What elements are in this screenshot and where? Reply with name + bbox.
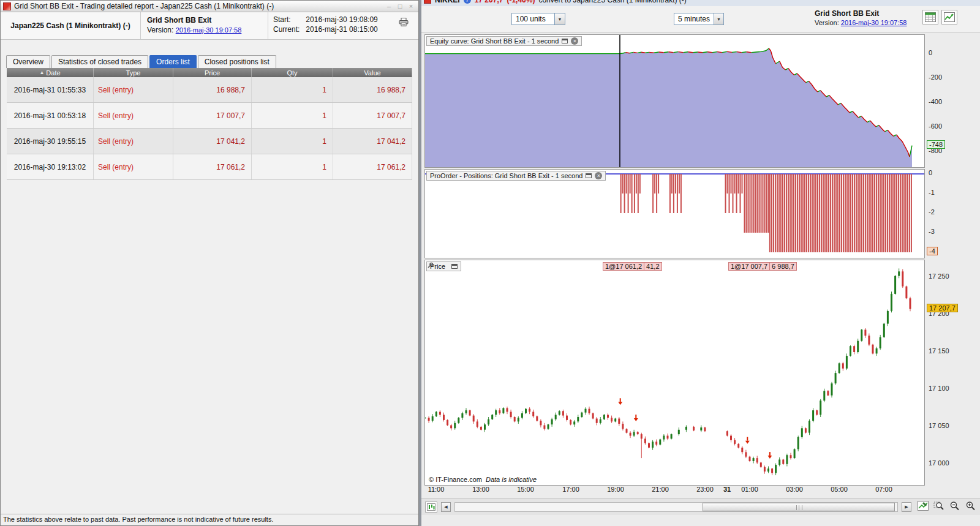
table-cell: 1 [252, 103, 333, 128]
sell-arrow-icon [745, 437, 750, 444]
y-axis-label: -2 [929, 208, 935, 216]
zoom-in-button[interactable] [965, 501, 976, 513]
sort-asc-icon: ▲ [39, 70, 44, 75]
report-header: Japan225 Cash (1 Minikontrakt) (-) Grid … [1, 12, 418, 40]
equity-panel-title: Equity curve: Grid Short BB Exit - 1 sec… [430, 37, 559, 45]
column-header-type[interactable]: Type [94, 68, 173, 77]
maximize-button[interactable]: □ [395, 2, 405, 10]
print-icon[interactable] [399, 18, 409, 28]
spreadsheet-icon [925, 12, 936, 22]
tab-closed-positions[interactable]: Closed positions list [198, 55, 276, 68]
x-axis-label: 07:00 [875, 486, 892, 493]
order-entry-label-part: 1@17 061,2 [603, 262, 644, 271]
table-cell: 2016-maj-31 01:55:33 [7, 77, 94, 102]
table-cell: 17 061,2 [173, 154, 252, 179]
column-header-value[interactable]: Value [333, 68, 412, 77]
table-row[interactable]: 2016-maj-31 00:53:18Sell (entry)17 007,7… [7, 103, 412, 129]
last-value-badge: -748 [927, 140, 945, 149]
positions-panel-header: ProOrder - Positions: Grid Short BB Exit… [426, 171, 606, 181]
y-axis-label: -3 [929, 228, 935, 235]
window-titlebar[interactable]: Grid Short BB Exit - Trading detailed re… [1, 1, 418, 12]
y-axis-label: -200 [929, 73, 942, 81]
y-axis-label: 17 250 [929, 272, 949, 280]
chart-bottom-toolbar: ◀ ▶ [421, 498, 980, 515]
chevron-down-icon[interactable]: ▼ [714, 13, 723, 24]
chart-workspace: NIKKEI i 17 207,7 (-1,46%) convert to Ja… [421, 0, 980, 526]
table-row[interactable]: 2016-maj-31 01:55:33Sell (entry)16 988,7… [7, 77, 412, 103]
table-cell: 2016-maj-31 00:53:18 [7, 103, 94, 128]
units-dropdown[interactable]: 100 units ▼ [511, 13, 565, 25]
version-label: Version: [815, 19, 839, 26]
equity-panel: Equity curve: Grid Short BB Exit - 1 sec… [424, 34, 925, 168]
timeframe-dropdown[interactable]: 5 minutes ▼ [674, 13, 724, 25]
table-cell: 17 007,7 [333, 103, 412, 128]
chart-view-button[interactable] [941, 10, 957, 24]
version-link[interactable]: 2016-maj-30 19:07:58 [841, 19, 907, 26]
table-row[interactable]: 2016-maj-30 19:13:02Sell (entry)17 061,2… [7, 154, 412, 180]
version-label: Version: [147, 26, 173, 34]
candlestick-icon [427, 503, 435, 511]
zoom-out-icon [949, 501, 960, 511]
table-cell: 1 [252, 77, 333, 102]
chart-edit-button[interactable] [918, 501, 929, 513]
x-axis-label: 21:00 [652, 486, 669, 493]
close-button[interactable]: × [406, 2, 416, 10]
orders-table: ▲ Date Type Price Qty Value 2016-maj-31 … [7, 68, 412, 180]
table-row[interactable]: 2016-maj-30 19:55:15Sell (entry)17 041,2… [7, 129, 412, 154]
table-cell: 2016-maj-30 19:13:02 [7, 154, 94, 179]
info-icon[interactable]: i [464, 0, 471, 4]
drawing-mode-button[interactable] [425, 502, 437, 513]
y-axis-label: -600 [929, 122, 942, 130]
report-footer-note: The statistics above relate to past data… [1, 514, 418, 525]
positions-chart-svg [425, 170, 924, 258]
table-cell: Sell (entry) [94, 129, 173, 154]
y-axis-label: 0 [929, 169, 932, 176]
popup-window-icon[interactable] [451, 264, 458, 269]
table-cell: 2016-maj-30 19:55:15 [7, 129, 94, 154]
window-title: Grid Short BB Exit - Trading detailed re… [14, 2, 384, 10]
tab-overview[interactable]: Overview [6, 55, 50, 68]
popup-window-icon[interactable] [586, 173, 592, 178]
app-icon [3, 2, 11, 10]
minimize-button[interactable]: – [384, 2, 394, 10]
strategy-name: Grid Short BB Exit [815, 9, 907, 18]
y-axis-label: 0 [929, 49, 932, 56]
order-entry-label: 1@17 061,241,2 [603, 262, 662, 271]
order-entry-label: 1@17 007,76 988,7 [728, 262, 796, 271]
scroll-left-button[interactable]: ◀ [441, 502, 451, 512]
column-header-qty[interactable]: Qty [252, 68, 333, 77]
instrument-change: (-1,46%) [507, 0, 535, 4]
scrollbar-grip [796, 505, 802, 510]
zoom-selection-button[interactable] [933, 501, 944, 513]
current-label: Current: [273, 25, 300, 34]
trading-report-window: Grid Short BB Exit - Trading detailed re… [0, 0, 419, 526]
y-axis-label: -1 [929, 189, 935, 196]
table-cell: Sell (entry) [94, 154, 173, 179]
column-header-date[interactable]: ▲ Date [7, 68, 94, 77]
chevron-down-icon[interactable]: ▼ [554, 13, 565, 24]
x-axis-label: 23:00 [696, 486, 714, 493]
chart-h-scrollbar[interactable] [454, 502, 898, 512]
close-panel-icon[interactable]: × [595, 172, 602, 179]
table-cell: Sell (entry) [94, 103, 173, 128]
report-view-button[interactable] [922, 10, 938, 24]
x-axis-label: 03:00 [786, 486, 803, 493]
zoom-out-button[interactable] [949, 501, 960, 513]
price-panel: Price © IT-Finance.comData is indicative… [424, 260, 925, 486]
equity-chart-svg [425, 35, 924, 167]
y-axis-label: 17 000 [929, 459, 949, 467]
chart-icon [944, 12, 955, 22]
tab-statistics[interactable]: Statistics of closed trades [51, 55, 148, 68]
order-entry-label-part: 6 988,7 [769, 262, 797, 271]
scrollbar-thumb[interactable] [703, 503, 895, 511]
scroll-right-button[interactable]: ▶ [902, 502, 911, 512]
sell-arrow-icon [618, 398, 622, 405]
instrument-label: Japan225 Cash (1 Minikontrakt) (-) [1, 12, 141, 39]
close-panel-icon[interactable]: × [571, 37, 578, 45]
column-header-price[interactable]: Price [173, 68, 252, 77]
popup-window-icon[interactable] [562, 39, 568, 43]
report-tabs: Overview Statistics of closed trades Ord… [1, 40, 418, 68]
version-link[interactable]: 2016-maj-30 19:07:58 [176, 26, 242, 34]
tab-orders-list[interactable]: Orders list [149, 55, 197, 68]
y-axis-label: -400 [929, 98, 942, 105]
